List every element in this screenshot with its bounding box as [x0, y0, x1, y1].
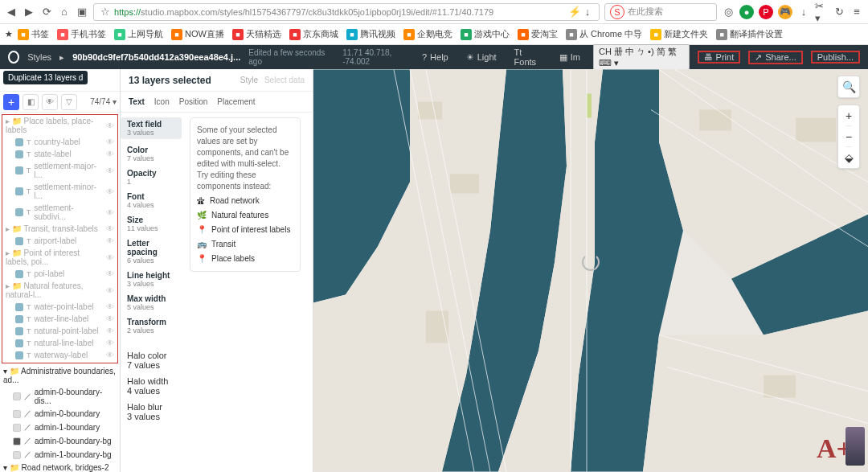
pinterest-icon[interactable]: P [759, 5, 773, 19]
property-item[interactable]: Opacity1 [127, 169, 178, 186]
ext-icon-3[interactable]: 🎮 [778, 5, 792, 19]
style-name[interactable]: 90b90dc9fef7b540dd412a390eea48e4.j... [72, 52, 240, 62]
visibility-icon[interactable]: 👁 [106, 286, 114, 295]
add-layer-button[interactable]: + [3, 94, 19, 110]
visibility-icon[interactable]: 👁 [106, 314, 114, 323]
help-button[interactable]: ?Help [417, 52, 453, 62]
bookmark-item[interactable]: ■翻译插件设置 [713, 28, 786, 40]
property-item[interactable]: Font4 values [127, 192, 178, 209]
bookmark-item[interactable]: ■手机书签 [54, 28, 109, 40]
layer-item[interactable]: ／ admin-0-boundary-bg [0, 434, 120, 448]
layer-item[interactable]: ／ admin-1-boundary-bg [0, 448, 120, 462]
property-item[interactable]: Halo blur3 values [127, 402, 306, 421]
layer-item[interactable]: T settlement-major-l...👁 [2, 160, 117, 181]
layer-item[interactable]: T airport-label👁 [2, 235, 117, 247]
layer-item[interactable]: T water-line-label👁 [2, 313, 117, 325]
bookmark-item[interactable]: ■天猫精选 [229, 28, 285, 40]
light-button[interactable]: ☀Light [461, 52, 502, 63]
layer-tool-2[interactable]: 👁 [42, 94, 58, 110]
layer-item[interactable]: T state-label👁 [2, 148, 117, 160]
property-item[interactable]: Transform2 values [127, 318, 178, 335]
tab-icon[interactable]: Icon [154, 97, 170, 106]
visibility-icon[interactable]: 👁 [106, 150, 114, 158]
layer-item[interactable]: T water-point-label👁 [2, 301, 117, 313]
map-search-control[interactable]: 🔍 [837, 76, 860, 98]
property-item[interactable]: Text field3 values [121, 117, 182, 139]
publish-button[interactable]: Publish... [811, 51, 860, 64]
layer-group[interactable]: ▸ 📁 Road network, road-labels👁 [2, 361, 117, 363]
forward-icon[interactable]: ▶ [23, 6, 35, 18]
tab-position[interactable]: Position [179, 97, 208, 106]
bookmark-item[interactable]: ■新建文件夹 [647, 28, 711, 40]
component-link[interactable]: 🚌Transit [197, 239, 293, 250]
reload-icon[interactable]: ⟳ [40, 6, 53, 18]
zoom-in-button[interactable]: + [845, 105, 852, 126]
component-link[interactable]: 📍Point of interest labels [197, 224, 293, 236]
layer-group[interactable]: ▾ 📁 Road network, bridges-2 [0, 462, 120, 472]
layer-tool-1[interactable]: ◧ [23, 94, 39, 110]
bookmark-star-icon[interactable]: ★ [5, 29, 13, 39]
layer-filter-button[interactable]: ▽ [61, 94, 77, 110]
visibility-icon[interactable]: 👁 [106, 224, 114, 233]
layer-item[interactable]: ／ admin-0-boundary-dis... [0, 386, 120, 407]
url-action-icon[interactable]: ⚡ [568, 6, 581, 18]
images-button[interactable]: ▦Im [555, 52, 585, 63]
ime-toolbar[interactable]: CH 册 中 ㄅ •) 简 繁 ⌨ ▾ [593, 44, 690, 70]
layer-item[interactable]: T natural-point-label👁 [2, 325, 117, 337]
visibility-icon[interactable]: 👁 [106, 137, 114, 146]
visibility-icon[interactable]: 👁 [106, 187, 114, 196]
component-link[interactable]: 🌿Natural features [197, 210, 293, 221]
visibility-icon[interactable]: 👁 [106, 236, 114, 245]
restore-icon[interactable]: ↻ [833, 6, 845, 18]
ext-icon-1[interactable]: ● [739, 5, 754, 19]
styles-link[interactable]: Styles [27, 52, 51, 62]
layer-item[interactable]: ／ admin-0-boundary [0, 407, 120, 421]
visibility-icon[interactable]: 👁 [106, 326, 114, 335]
bookmark-item[interactable]: ■爱淘宝 [514, 28, 561, 40]
mapbox-logo-icon[interactable] [8, 51, 19, 64]
home-icon[interactable]: ⌂ [58, 6, 71, 18]
visibility-icon[interactable]: 👁 [106, 302, 114, 311]
property-item[interactable]: Halo color7 values [127, 351, 306, 370]
bookmark-item[interactable]: ■京东商城 [286, 28, 342, 40]
visibility-icon[interactable]: 👁 [106, 269, 114, 278]
layer-group[interactable]: ▸ 📁 Place labels, place-labels👁 [2, 115, 117, 136]
layer-group[interactable]: ▾ 📁 Administrative boundaries, ad... [0, 365, 120, 386]
property-item[interactable]: Color7 values [127, 146, 178, 162]
style-link[interactable]: Style [240, 76, 258, 84]
property-item[interactable]: Line height3 values [127, 271, 178, 288]
compass-button[interactable]: ⬙ [845, 147, 854, 168]
bookmark-item[interactable]: ■企鹅电竞 [400, 28, 456, 40]
map-canvas[interactable]: 🔍 + − ⬙ A+ [313, 69, 868, 472]
visibility-icon[interactable]: 👁 [106, 208, 114, 217]
bookmark-item[interactable]: ■从 Chrome 中导 [563, 28, 645, 40]
visibility-icon[interactable]: 👁 [106, 166, 114, 175]
share-button[interactable]: ↗Share... [748, 51, 803, 64]
bookmark-item[interactable]: ■上网导航 [111, 28, 166, 40]
layer-item[interactable]: ／ admin-1-boundary [0, 421, 120, 434]
property-item[interactable]: Size11 values [127, 215, 178, 232]
back-icon[interactable]: ◀ [5, 6, 18, 18]
star-icon[interactable]: ☆ [99, 6, 112, 18]
bookmark-item[interactable]: ■腾讯视频 [343, 28, 399, 40]
menu-icon[interactable]: ≡ [850, 6, 863, 18]
tab-placement[interactable]: Placement [217, 97, 255, 106]
search-input[interactable]: S 在此搜索 [604, 3, 717, 21]
visibility-icon[interactable]: 👁 [106, 351, 114, 359]
layer-item[interactable]: T waterway-label👁 [2, 349, 117, 361]
property-item[interactable]: Halo width4 values [127, 376, 306, 396]
dropdown-icon[interactable]: ↓ [581, 6, 594, 18]
download-icon[interactable]: ↓ [797, 6, 810, 18]
fonts-button[interactable]: Tt Fonts [510, 47, 547, 67]
tab-text[interactable]: Text [129, 97, 145, 106]
bookmark-item[interactable]: ■书签 [14, 28, 52, 40]
layer-item[interactable]: T natural-line-label👁 [2, 337, 117, 349]
tab-icon[interactable]: ▣ [76, 6, 88, 18]
property-item[interactable]: Max width5 values [127, 294, 178, 311]
select-data-link[interactable]: Select data [264, 76, 305, 84]
visibility-icon[interactable]: 👁 [106, 121, 114, 130]
bookmark-item[interactable]: ■NOW直播 [168, 28, 227, 40]
property-item[interactable]: Letter spacing6 values [127, 239, 178, 265]
layer-item[interactable]: T poi-label👁 [2, 268, 117, 280]
layer-item[interactable]: T country-label👁 [2, 136, 117, 148]
